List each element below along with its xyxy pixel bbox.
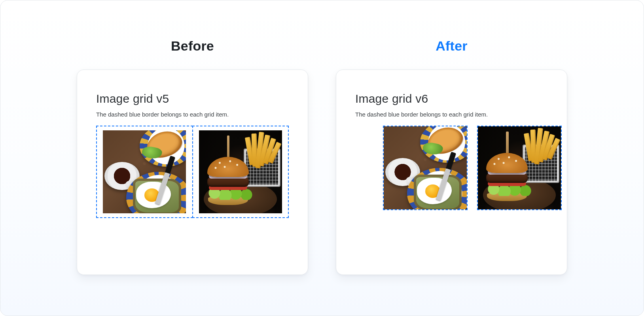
before-card-caption: The dashed blue border belongs to each g… bbox=[96, 111, 289, 118]
grid-item bbox=[383, 126, 468, 210]
burger-photo bbox=[199, 130, 282, 213]
burger-photo bbox=[478, 126, 561, 209]
after-card-title: Image grid v6 bbox=[355, 92, 548, 105]
before-header: Before bbox=[171, 38, 214, 54]
after-card-caption: The dashed blue border belongs to each g… bbox=[355, 111, 548, 118]
comparison-canvas: Before Image grid v5 The dashed blue bor… bbox=[0, 0, 644, 316]
columns: Before Image grid v5 The dashed blue bor… bbox=[0, 0, 644, 275]
grid-item bbox=[96, 126, 193, 218]
before-column: Before Image grid v5 The dashed blue bor… bbox=[77, 38, 308, 275]
after-card: Image grid v6 The dashed blue border bel… bbox=[336, 70, 567, 275]
after-grid bbox=[355, 126, 548, 210]
before-card-title: Image grid v5 bbox=[96, 92, 289, 105]
grid-item bbox=[477, 126, 562, 210]
grid-item bbox=[192, 126, 289, 218]
after-header: After bbox=[436, 38, 467, 54]
breakfast-photo bbox=[103, 130, 186, 213]
before-grid bbox=[96, 126, 289, 218]
breakfast-photo bbox=[384, 126, 467, 209]
before-card: Image grid v5 The dashed blue border bel… bbox=[77, 70, 308, 275]
after-column: After Image grid v6 The dashed blue bord… bbox=[336, 38, 567, 275]
